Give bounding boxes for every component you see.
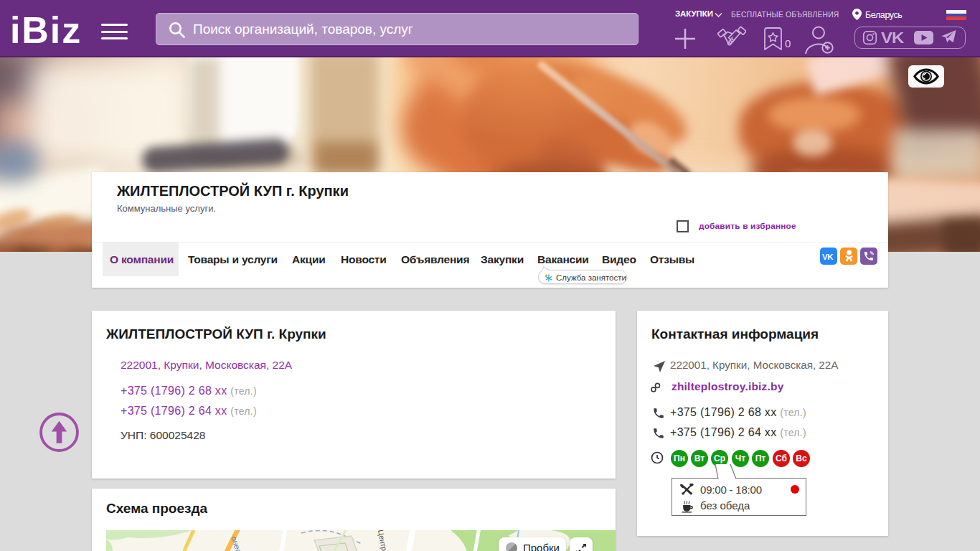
svg-text:VK: VK xyxy=(822,253,834,260)
